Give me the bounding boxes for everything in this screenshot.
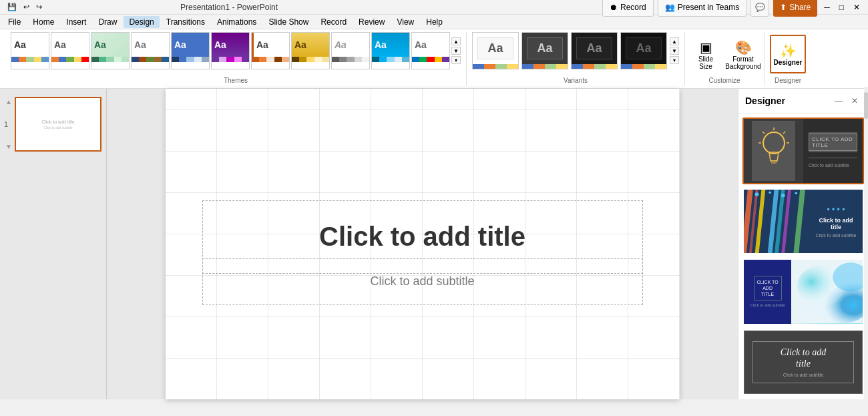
- design-card-2[interactable]: • • • • Click to add title Click to add …: [742, 188, 864, 255]
- canvas-area: Click to add title Click to add subtitle: [107, 89, 738, 399]
- svg-point-19: [795, 192, 797, 194]
- theme-8[interactable]: Aa: [291, 32, 330, 69]
- title-bar-right: ⏺ Record 👥 Present in Teams 💬 ⬆ Share ─ …: [602, 0, 863, 17]
- slide-title-text: Click to add title: [319, 222, 525, 252]
- designer-button[interactable]: ✨ Designer: [770, 35, 806, 73]
- slide-panel-scroll-up[interactable]: ▲: [5, 98, 12, 106]
- dc3-image: [791, 260, 863, 324]
- quick-redo-icon[interactable]: ↪: [34, 3, 44, 11]
- themes-scroll-down[interactable]: ▼: [451, 47, 461, 55]
- main-area: ▲ ▼ 1 Click to add title Click to add su…: [0, 89, 868, 399]
- theme-9[interactable]: Aa: [331, 32, 370, 69]
- theme-10[interactable]: Aa: [371, 32, 410, 69]
- teams-icon: 👥: [665, 3, 675, 12]
- themes-scroll-up[interactable]: ▲: [451, 37, 461, 45]
- share-icon: ⬆: [780, 3, 787, 12]
- chat-icon: 💬: [755, 3, 765, 12]
- minimize-icon[interactable]: ─: [821, 3, 833, 12]
- designer-panel-header: Designer — ✕: [738, 89, 868, 114]
- record-icon: ⏺: [610, 3, 618, 12]
- menu-review[interactable]: Review: [353, 16, 390, 28]
- presentation-title: Presentation1 - PowerPoint: [180, 3, 278, 12]
- chat-button[interactable]: 💬: [750, 0, 769, 17]
- theme-3[interactable]: Aa: [91, 32, 130, 69]
- dc3-content: CLICK TOADDTITLE Click to add subtitle: [744, 260, 791, 324]
- themes-section: Aa Aa: [5, 32, 467, 85]
- share-button[interactable]: ⬆ Share: [773, 0, 817, 17]
- title-bar: 💾 ↩ ↪ Presentation1 - PowerPoint ⏺ Recor…: [0, 0, 868, 15]
- theme-2[interactable]: Aa: [51, 32, 89, 69]
- designer-panel-title: Designer: [745, 95, 785, 106]
- slide-size-button[interactable]: ▣ Slide Size: [688, 35, 724, 75]
- menu-record[interactable]: Record: [315, 16, 352, 28]
- variant-3[interactable]: Aa: [571, 32, 618, 69]
- dc1-image: [744, 119, 803, 183]
- theme-5[interactable]: Aa: [171, 32, 210, 69]
- design-card-3[interactable]: CLICK TOADDTITLE Click to add subtitle: [742, 258, 864, 325]
- themes-scroll-more[interactable]: ▾: [451, 56, 461, 64]
- menu-bar: File Home Insert Draw Design Transitions…: [0, 15, 868, 29]
- slide-subtitle-placeholder[interactable]: Click to add subtitle: [202, 258, 643, 305]
- maximize-icon[interactable]: □: [837, 3, 847, 12]
- variants-scroll-down[interactable]: ▼: [670, 47, 679, 55]
- slide-number: 1: [4, 120, 8, 128]
- variant-2[interactable]: Aa: [521, 32, 568, 69]
- menu-file[interactable]: File: [3, 16, 26, 28]
- ribbon: Aa Aa: [0, 29, 868, 89]
- variants-scroll[interactable]: ▲ ▼ ▾: [670, 37, 679, 64]
- dc4-content: Click to addtitle Click to add subtitle: [752, 341, 854, 383]
- record-button[interactable]: ⏺ Record: [602, 0, 654, 17]
- variants-scroll-up[interactable]: ▲: [670, 37, 679, 45]
- menu-animations[interactable]: Animations: [212, 16, 262, 28]
- menu-draw[interactable]: Draw: [93, 16, 122, 28]
- menu-home[interactable]: Home: [27, 16, 59, 28]
- variants-scroll-more[interactable]: ▾: [670, 56, 679, 64]
- variants-row: Aa Aa: [472, 32, 679, 79]
- theme-7[interactable]: Aa: [251, 32, 290, 69]
- dc1-content: CLICK TO ADD TITLE Click to add subtitle: [803, 119, 863, 183]
- variant-4[interactable]: Aa: [620, 32, 667, 69]
- svg-point-17: [769, 191, 771, 193]
- slide-canvas[interactable]: Click to add title Click to add subtitle: [166, 89, 680, 399]
- theme-11[interactable]: Aa: [411, 32, 450, 69]
- present-in-teams-button[interactable]: 👥 Present in Teams: [658, 0, 747, 17]
- quick-save-icon[interactable]: 💾: [5, 3, 19, 11]
- designer-panel-minimize[interactable]: —: [832, 94, 845, 108]
- title-bar-left: 💾 ↩ ↪ Presentation1 - PowerPoint: [5, 3, 278, 12]
- menu-transitions[interactable]: Transitions: [161, 16, 210, 28]
- svg-point-18: [781, 194, 785, 197]
- slide-thumbnail-1[interactable]: Click to add title Click to add subtitle: [15, 97, 101, 152]
- svg-point-0: [763, 132, 785, 154]
- themes-scroll[interactable]: ▲ ▼ ▾: [451, 37, 461, 64]
- format-background-button[interactable]: 🎨 Format Background: [725, 35, 761, 75]
- theme-4[interactable]: Aa: [131, 32, 170, 69]
- menu-view[interactable]: View: [391, 16, 419, 28]
- ribbon-content: Aa Aa: [0, 29, 868, 88]
- designer-panel: Designer — ✕: [738, 89, 868, 399]
- close-icon[interactable]: ✕: [851, 3, 863, 12]
- design-card-1[interactable]: CLICK TO ADD TITLE Click to add subtitle: [742, 118, 864, 184]
- menu-help[interactable]: Help: [421, 16, 448, 28]
- slide-panel-scroll-down[interactable]: ▼: [5, 143, 12, 150]
- svg-line-4: [763, 132, 765, 134]
- variant-1[interactable]: Aa: [472, 32, 519, 69]
- designer-panel-close[interactable]: ✕: [848, 94, 861, 108]
- dc2-content: • • • • Click to add title Click to add …: [809, 190, 863, 254]
- customize-label: Customize: [685, 77, 764, 84]
- variants-label: Variants: [467, 77, 684, 84]
- slide-size-icon: ▣: [700, 39, 712, 55]
- design-card-4[interactable]: Click to addtitle Click to add subtitle: [742, 329, 864, 396]
- designer-panel-controls: — ✕: [832, 94, 861, 108]
- designer-section-label: Designer: [765, 77, 811, 84]
- designer-icon: ✨: [780, 43, 797, 59]
- designer-suggestions: CLICK TO ADD TITLE Click to add subtitle: [738, 114, 868, 399]
- menu-design[interactable]: Design: [124, 16, 159, 28]
- theme-1[interactable]: Aa: [11, 32, 49, 69]
- format-background-icon: 🎨: [735, 39, 752, 55]
- svg-point-16: [755, 192, 759, 196]
- menu-insert[interactable]: Insert: [61, 16, 91, 28]
- menu-slideshow[interactable]: Slide Show: [263, 16, 314, 28]
- quick-undo-icon[interactable]: ↩: [21, 3, 31, 11]
- variants-section: Aa Aa: [467, 32, 685, 85]
- theme-6[interactable]: Aa: [211, 32, 250, 69]
